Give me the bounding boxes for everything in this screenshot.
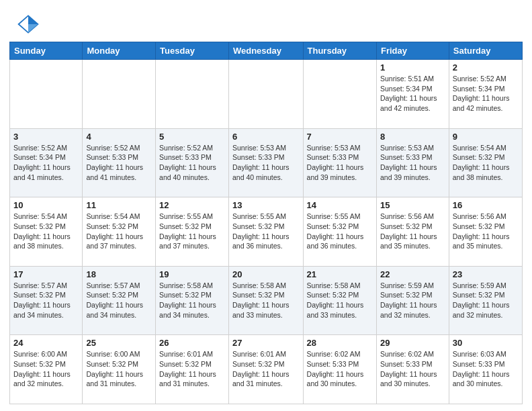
calendar-day-header: Tuesday bbox=[156, 42, 229, 60]
calendar-week-row: 17Sunrise: 5:57 AM Sunset: 5:32 PM Dayli… bbox=[10, 266, 523, 335]
calendar-cell: 11Sunrise: 5:54 AM Sunset: 5:32 PM Dayli… bbox=[83, 197, 156, 267]
calendar-cell: 13Sunrise: 5:55 AM Sunset: 5:32 PM Dayli… bbox=[228, 197, 303, 267]
calendar-cell: 10Sunrise: 5:54 AM Sunset: 5:32 PM Dayli… bbox=[10, 197, 83, 267]
logo bbox=[16, 12, 44, 36]
day-info: Sunrise: 5:59 AM Sunset: 5:32 PM Dayligh… bbox=[380, 281, 445, 320]
calendar-cell: 9Sunrise: 5:54 AM Sunset: 5:32 PM Daylig… bbox=[449, 128, 522, 197]
day-number: 23 bbox=[453, 269, 519, 279]
calendar-day-header: Friday bbox=[376, 42, 449, 60]
calendar-header-row: SundayMondayTuesdayWednesdayThursdayFrid… bbox=[10, 42, 523, 60]
calendar-week-row: 24Sunrise: 6:00 AM Sunset: 5:32 PM Dayli… bbox=[10, 335, 523, 404]
day-number: 3 bbox=[13, 132, 79, 142]
day-number: 12 bbox=[159, 200, 225, 210]
day-info: Sunrise: 5:53 AM Sunset: 5:33 PM Dayligh… bbox=[380, 143, 445, 183]
day-info: Sunrise: 5:53 AM Sunset: 5:33 PM Dayligh… bbox=[232, 143, 300, 183]
day-number: 27 bbox=[232, 338, 300, 348]
calendar-cell: 28Sunrise: 6:02 AM Sunset: 5:33 PM Dayli… bbox=[303, 335, 376, 404]
day-number: 22 bbox=[380, 269, 445, 279]
day-info: Sunrise: 5:52 AM Sunset: 5:33 PM Dayligh… bbox=[86, 143, 152, 183]
day-number: 14 bbox=[307, 200, 373, 210]
calendar-cell: 1Sunrise: 5:51 AM Sunset: 5:34 PM Daylig… bbox=[376, 60, 449, 129]
day-number: 5 bbox=[159, 132, 225, 142]
day-number: 7 bbox=[307, 132, 373, 142]
calendar-cell: 12Sunrise: 5:55 AM Sunset: 5:32 PM Dayli… bbox=[156, 197, 229, 267]
day-info: Sunrise: 5:53 AM Sunset: 5:33 PM Dayligh… bbox=[307, 143, 373, 183]
day-number: 16 bbox=[453, 200, 519, 210]
day-number: 19 bbox=[159, 269, 225, 279]
calendar-day-header: Thursday bbox=[303, 42, 376, 60]
calendar-cell: 22Sunrise: 5:59 AM Sunset: 5:32 PM Dayli… bbox=[376, 266, 449, 335]
header bbox=[0, 0, 532, 42]
day-number: 17 bbox=[13, 269, 79, 279]
calendar-cell bbox=[10, 60, 83, 129]
day-info: Sunrise: 5:57 AM Sunset: 5:32 PM Dayligh… bbox=[86, 281, 152, 320]
day-number: 13 bbox=[232, 200, 300, 210]
calendar-cell: 3Sunrise: 5:52 AM Sunset: 5:34 PM Daylig… bbox=[10, 128, 83, 197]
day-number: 28 bbox=[307, 338, 373, 348]
day-info: Sunrise: 5:58 AM Sunset: 5:32 PM Dayligh… bbox=[232, 281, 300, 320]
day-info: Sunrise: 5:59 AM Sunset: 5:32 PM Dayligh… bbox=[453, 281, 519, 320]
day-info: Sunrise: 5:58 AM Sunset: 5:32 PM Dayligh… bbox=[307, 281, 373, 320]
day-number: 15 bbox=[380, 200, 445, 210]
calendar-day-header: Monday bbox=[83, 42, 156, 60]
day-info: Sunrise: 5:55 AM Sunset: 5:32 PM Dayligh… bbox=[307, 212, 373, 251]
day-info: Sunrise: 5:52 AM Sunset: 5:34 PM Dayligh… bbox=[13, 143, 79, 183]
day-info: Sunrise: 6:00 AM Sunset: 5:32 PM Dayligh… bbox=[13, 349, 79, 389]
day-number: 20 bbox=[232, 269, 300, 279]
day-info: Sunrise: 6:02 AM Sunset: 5:33 PM Dayligh… bbox=[307, 349, 373, 389]
calendar-cell: 16Sunrise: 5:56 AM Sunset: 5:32 PM Dayli… bbox=[449, 197, 522, 267]
calendar-cell: 19Sunrise: 5:58 AM Sunset: 5:32 PM Dayli… bbox=[156, 266, 229, 335]
day-number: 1 bbox=[380, 62, 445, 73]
day-number: 25 bbox=[86, 338, 152, 348]
calendar-week-row: 3Sunrise: 5:52 AM Sunset: 5:34 PM Daylig… bbox=[10, 128, 523, 197]
calendar-cell: 23Sunrise: 5:59 AM Sunset: 5:32 PM Dayli… bbox=[449, 266, 522, 335]
calendar-cell: 17Sunrise: 5:57 AM Sunset: 5:32 PM Dayli… bbox=[10, 266, 83, 335]
day-info: Sunrise: 5:55 AM Sunset: 5:32 PM Dayligh… bbox=[232, 212, 300, 251]
calendar-cell: 15Sunrise: 5:56 AM Sunset: 5:32 PM Dayli… bbox=[376, 197, 449, 267]
calendar-cell: 26Sunrise: 6:01 AM Sunset: 5:32 PM Dayli… bbox=[156, 335, 229, 404]
calendar-day-header: Saturday bbox=[449, 42, 522, 60]
day-info: Sunrise: 5:56 AM Sunset: 5:32 PM Dayligh… bbox=[380, 212, 445, 251]
calendar-cell: 18Sunrise: 5:57 AM Sunset: 5:32 PM Dayli… bbox=[83, 266, 156, 335]
day-info: Sunrise: 6:03 AM Sunset: 5:33 PM Dayligh… bbox=[453, 349, 519, 389]
calendar-cell: 6Sunrise: 5:53 AM Sunset: 5:33 PM Daylig… bbox=[228, 128, 303, 197]
page: SundayMondayTuesdayWednesdayThursdayFrid… bbox=[0, 0, 532, 411]
calendar-day-header: Wednesday bbox=[228, 42, 303, 60]
day-number: 11 bbox=[86, 200, 152, 210]
day-info: Sunrise: 5:56 AM Sunset: 5:32 PM Dayligh… bbox=[453, 212, 519, 251]
calendar-cell: 14Sunrise: 5:55 AM Sunset: 5:32 PM Dayli… bbox=[303, 197, 376, 267]
day-info: Sunrise: 5:51 AM Sunset: 5:34 PM Dayligh… bbox=[380, 74, 445, 113]
day-info: Sunrise: 5:58 AM Sunset: 5:32 PM Dayligh… bbox=[159, 281, 225, 320]
calendar-cell: 5Sunrise: 5:52 AM Sunset: 5:33 PM Daylig… bbox=[156, 128, 229, 197]
calendar-cell: 25Sunrise: 6:00 AM Sunset: 5:32 PM Dayli… bbox=[83, 335, 156, 404]
day-info: Sunrise: 5:54 AM Sunset: 5:32 PM Dayligh… bbox=[13, 212, 79, 251]
calendar-cell: 20Sunrise: 5:58 AM Sunset: 5:32 PM Dayli… bbox=[228, 266, 303, 335]
day-info: Sunrise: 6:02 AM Sunset: 5:33 PM Dayligh… bbox=[380, 349, 445, 389]
day-info: Sunrise: 6:01 AM Sunset: 5:32 PM Dayligh… bbox=[159, 349, 225, 389]
calendar-week-row: 10Sunrise: 5:54 AM Sunset: 5:32 PM Dayli… bbox=[10, 197, 523, 267]
day-number: 29 bbox=[380, 338, 445, 348]
day-number: 4 bbox=[86, 132, 152, 142]
calendar-day-header: Sunday bbox=[10, 42, 83, 60]
calendar-cell: 4Sunrise: 5:52 AM Sunset: 5:33 PM Daylig… bbox=[83, 128, 156, 197]
day-number: 2 bbox=[453, 62, 519, 73]
day-number: 26 bbox=[159, 338, 225, 348]
calendar-cell bbox=[83, 60, 156, 129]
calendar-cell: 27Sunrise: 6:01 AM Sunset: 5:32 PM Dayli… bbox=[228, 335, 303, 404]
calendar-cell bbox=[303, 60, 376, 129]
calendar-cell: 21Sunrise: 5:58 AM Sunset: 5:32 PM Dayli… bbox=[303, 266, 376, 335]
day-info: Sunrise: 5:52 AM Sunset: 5:34 PM Dayligh… bbox=[453, 74, 519, 113]
day-info: Sunrise: 5:54 AM Sunset: 5:32 PM Dayligh… bbox=[86, 212, 152, 251]
day-number: 9 bbox=[453, 132, 519, 142]
calendar-cell: 30Sunrise: 6:03 AM Sunset: 5:33 PM Dayli… bbox=[449, 335, 522, 404]
day-info: Sunrise: 6:00 AM Sunset: 5:32 PM Dayligh… bbox=[86, 349, 152, 389]
calendar-cell: 2Sunrise: 5:52 AM Sunset: 5:34 PM Daylig… bbox=[449, 60, 522, 129]
day-number: 6 bbox=[232, 132, 300, 142]
day-number: 24 bbox=[13, 338, 79, 348]
day-info: Sunrise: 5:55 AM Sunset: 5:32 PM Dayligh… bbox=[159, 212, 225, 251]
day-info: Sunrise: 5:54 AM Sunset: 5:32 PM Dayligh… bbox=[453, 143, 519, 183]
calendar-cell bbox=[228, 60, 303, 129]
day-number: 21 bbox=[307, 269, 373, 279]
calendar-cell bbox=[156, 60, 229, 129]
day-info: Sunrise: 5:57 AM Sunset: 5:32 PM Dayligh… bbox=[13, 281, 79, 320]
